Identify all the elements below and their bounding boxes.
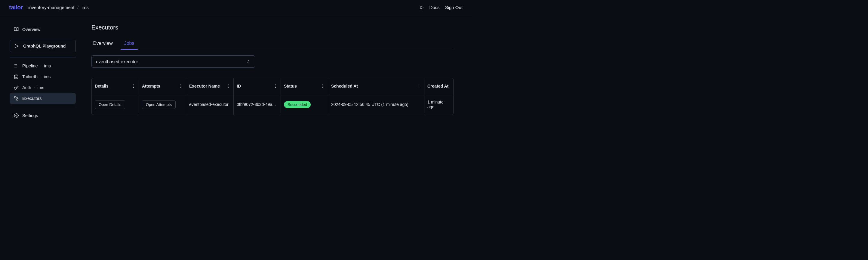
playground-label: GraphQL Playground (23, 44, 66, 49)
svg-line-3 (420, 6, 420, 6)
sidebar-item-pipeline[interactable]: Pipeline - ims (10, 60, 76, 71)
th-created-at: Created At (427, 84, 448, 88)
tabs: Overview Jobs (91, 38, 454, 50)
svg-point-36 (418, 87, 419, 88)
svg-point-26 (228, 86, 228, 86)
docs-link[interactable]: Docs (429, 5, 439, 10)
svg-point-19 (133, 85, 134, 85)
cell-executor-name: eventbased-executor (189, 102, 228, 107)
tab-overview[interactable]: Overview (91, 38, 114, 50)
sidebar-item-executors[interactable]: Executors (10, 93, 76, 104)
svg-point-18 (16, 115, 17, 116)
svg-point-22 (181, 85, 181, 85)
th-scheduled-at: Scheduled At (331, 84, 358, 88)
svg-point-31 (322, 85, 323, 85)
svg-point-29 (275, 86, 276, 86)
svg-line-4 (423, 9, 423, 9)
theme-toggle-icon[interactable] (418, 5, 424, 10)
graphql-playground-button[interactable]: GraphQL Playground (10, 40, 76, 52)
sidebar-item-auth[interactable]: Auth - ims (10, 82, 76, 93)
breadcrumb-parent[interactable]: inventory-management (28, 5, 74, 10)
status-badge: Succeeded (284, 101, 311, 108)
svg-point-34 (418, 85, 419, 85)
svg-point-30 (275, 87, 276, 88)
sidebar-item-settings[interactable]: Settings (10, 110, 76, 121)
column-menu-icon[interactable] (225, 84, 231, 88)
sidebar-item-label: Auth - ims (22, 85, 44, 90)
logo[interactable]: tailor (9, 4, 23, 11)
column-menu-icon[interactable] (320, 84, 326, 88)
table-row: Open Details Open Attempts eventbased-ex… (92, 94, 453, 115)
svg-point-0 (420, 7, 422, 8)
sidebar-item-label: Executors (22, 96, 41, 101)
breadcrumb-separator: / (77, 5, 79, 10)
svg-line-8 (423, 6, 423, 6)
sidebar-item-label: Settings (22, 113, 38, 118)
database-icon (14, 74, 19, 79)
signout-link[interactable]: Sign Out (445, 5, 463, 10)
sidebar-item-label: Pipeline - ims (22, 63, 51, 68)
key-icon (14, 85, 19, 90)
svg-point-23 (181, 86, 181, 86)
executor-select-value: eventbased-executor (96, 59, 138, 64)
cell-created-at: 1 minute ago (427, 99, 450, 109)
th-id: ID (237, 84, 241, 88)
gear-icon (14, 113, 19, 118)
chevron-up-down-icon (246, 60, 251, 64)
column-menu-icon[interactable] (416, 84, 422, 88)
svg-point-25 (228, 85, 228, 85)
svg-rect-14 (14, 96, 16, 98)
page-title: Executors (91, 24, 454, 31)
th-executor-name: Executor Name (189, 84, 220, 88)
column-menu-icon[interactable] (131, 84, 136, 88)
th-attempts: Attempts (142, 84, 160, 88)
svg-point-21 (133, 87, 134, 88)
cell-scheduled-at: 2024-09-05 12:56:45 UTC (1 minute ago) (331, 102, 408, 107)
executors-icon (14, 96, 19, 101)
cell-id: 0fbf9072-3b3d-49a... (237, 102, 276, 107)
svg-point-20 (133, 86, 134, 86)
sidebar-item-label: Overview (22, 27, 40, 32)
svg-point-24 (181, 87, 181, 88)
svg-point-33 (322, 87, 323, 88)
sidebar-divider (10, 107, 76, 107)
executor-select[interactable]: eventbased-executor (91, 55, 255, 68)
svg-point-32 (322, 86, 323, 86)
svg-marker-9 (15, 44, 18, 48)
book-icon (14, 27, 19, 32)
th-details: Details (95, 84, 108, 88)
column-menu-icon[interactable] (273, 84, 278, 88)
breadcrumb: inventory-management / ims (28, 5, 89, 10)
svg-point-13 (14, 75, 18, 76)
column-menu-icon[interactable] (178, 84, 183, 88)
sidebar-item-overview[interactable]: Overview (10, 24, 76, 35)
breadcrumb-current[interactable]: ims (82, 5, 89, 10)
pipeline-icon (14, 63, 19, 68)
tab-jobs[interactable]: Jobs (123, 38, 136, 50)
open-details-button[interactable]: Open Details (95, 100, 125, 109)
sidebar-item-label: Tailordb - ims (22, 74, 51, 79)
sidebar-item-tailordb[interactable]: Tailordb - ims (10, 71, 76, 82)
play-icon (14, 44, 19, 49)
open-attempts-button[interactable]: Open Attempts (142, 100, 176, 109)
svg-point-27 (228, 87, 228, 88)
jobs-table: Details Attempts Executor Name (91, 78, 454, 115)
svg-point-35 (418, 86, 419, 86)
table-header-row: Details Attempts Executor Name (92, 78, 453, 94)
svg-line-7 (420, 9, 420, 9)
th-status: Status (284, 84, 297, 88)
svg-point-28 (275, 85, 276, 85)
svg-rect-15 (17, 99, 18, 100)
